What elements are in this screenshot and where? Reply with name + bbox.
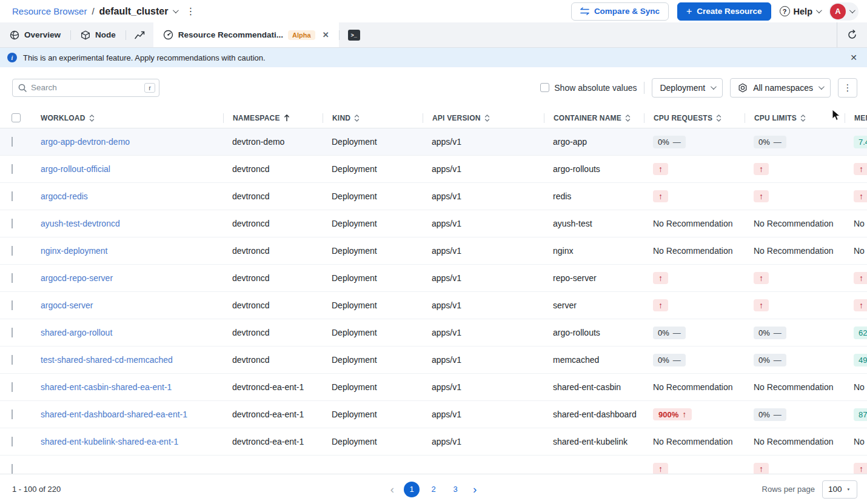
workload-link[interactable]: shared-ent-dashboard-shared-ea-ent-1 — [41, 409, 187, 419]
row-checkbox[interactable] — [12, 164, 13, 174]
workload-link[interactable]: argo-rollout-official — [41, 164, 110, 174]
memory-value: ↑ — [854, 191, 867, 201]
up-arrow-badge: ↑ — [854, 163, 867, 175]
kind-text: Deployment — [332, 273, 377, 283]
row-checkbox[interactable] — [12, 464, 13, 474]
api_version-text: apps/v1 — [432, 273, 461, 283]
api_version-text: apps/v1 — [432, 355, 461, 365]
cpu_limits-cell: 0%— — [745, 327, 845, 339]
more-options-button[interactable]: ⋮ — [838, 78, 857, 98]
banner-close-icon[interactable]: ✕ — [850, 53, 857, 62]
api_version-cell: apps/v1 — [423, 355, 544, 365]
cluster-chevron-down-icon[interactable] — [173, 7, 179, 13]
show-absolute-values-toggle[interactable]: Show absolute values — [540, 83, 637, 93]
filter-toolbar: r Show absolute values Deployment All na… — [0, 67, 867, 108]
next-page-button[interactable]: › — [469, 483, 480, 495]
row-checkbox[interactable] — [12, 409, 13, 419]
row-checkbox[interactable] — [12, 328, 13, 337]
create-resource-button[interactable]: + Create Resource — [677, 2, 771, 21]
dash-icon: — — [673, 138, 681, 147]
column-header-kind[interactable]: KIND — [323, 113, 423, 123]
workload-link[interactable]: argo-app-devtron-demo — [41, 137, 130, 147]
workload-link[interactable]: argocd-server — [41, 300, 93, 310]
container-text: shared-ent-casbin — [553, 382, 621, 392]
create-resource-label: Create Resource — [697, 7, 762, 16]
row-select-cell — [0, 437, 32, 446]
cpu_limits-cell: 0%— — [745, 136, 845, 148]
api_version-text: apps/v1 — [432, 246, 461, 256]
workload-link[interactable]: ayush-test-devtroncd — [41, 219, 120, 228]
refresh-button[interactable] — [837, 22, 867, 47]
memory-value: No Recommendation — [854, 382, 867, 392]
workload-cell: test-shared-shared-cd-memcached — [32, 355, 223, 365]
column-header-workload[interactable]: WORKLOAD — [32, 113, 223, 123]
row-checkbox[interactable] — [12, 246, 13, 256]
workload-link[interactable]: test-shared-shared-cd-memcached — [41, 355, 173, 365]
namespace-text: devtroncd — [232, 219, 269, 228]
compare-sync-label: Compare & Sync — [594, 7, 660, 16]
tab-metrics[interactable] — [126, 22, 153, 47]
api_version-text: apps/v1 — [432, 328, 461, 337]
workload-link[interactable]: nginx-deployment — [41, 246, 108, 256]
show-absolute-values-checkbox[interactable] — [540, 83, 549, 92]
search-input[interactable] — [31, 83, 140, 92]
page-button-2[interactable]: 2 — [426, 482, 441, 497]
column-header-cpu_requests[interactable]: CPU REQUESTS — [644, 113, 745, 123]
row-checkbox[interactable] — [12, 437, 13, 446]
workload-link[interactable]: argocd-repo-server — [41, 273, 113, 283]
tab-resource-recommendations[interactable]: Resource Recommendati... Alpha ✕ — [153, 22, 339, 47]
cpu_requests-value: ↑ — [653, 164, 668, 174]
workload-link[interactable]: shared-argo-rollout — [41, 328, 112, 337]
kind-text: Deployment — [332, 164, 377, 174]
search-box[interactable]: r — [12, 79, 159, 97]
namespace-filter-select[interactable]: All namespaces — [730, 78, 831, 98]
row-checkbox[interactable] — [12, 219, 13, 228]
memory-teal-badge: 7.4 — [854, 136, 867, 148]
rows-per-page-select[interactable]: 100 ▼ — [822, 480, 857, 499]
column-label: CPU REQUESTS — [654, 114, 712, 122]
tab-bar-filler — [369, 22, 837, 47]
select-all-cell — [0, 113, 32, 123]
tab-node[interactable]: Node — [71, 22, 126, 47]
column-header-cpu_limits[interactable]: CPU LIMITS — [745, 113, 845, 123]
workload-link[interactable]: argocd-redis — [41, 191, 88, 201]
tab-overview[interactable]: Overview — [0, 22, 70, 47]
column-header-api_version[interactable]: API VERSION — [423, 113, 544, 123]
row-checkbox[interactable] — [12, 355, 13, 365]
compare-sync-button[interactable]: Compare & Sync — [571, 2, 669, 21]
workload-link[interactable]: shared-ent-casbin-shared-ea-ent-1 — [41, 382, 172, 392]
help-menu[interactable]: ? Help — [780, 6, 820, 16]
row-checkbox[interactable] — [12, 273, 13, 283]
cluster-kebab-menu-icon[interactable]: ⋮ — [182, 5, 199, 17]
column-header-namespace[interactable]: NAMESPACE — [223, 113, 323, 123]
table-row: shared-ent-casbin-shared-ea-ent-1devtron… — [0, 374, 867, 401]
row-checkbox[interactable] — [12, 382, 13, 392]
pct-dash-badge: 0%— — [754, 327, 786, 339]
page-button-3[interactable]: 3 — [447, 482, 463, 497]
memory-cell: No Recommendation — [845, 437, 867, 446]
prev-page-button[interactable]: ‹ — [387, 483, 398, 495]
tab-close-icon[interactable]: ✕ — [323, 30, 329, 39]
row-select-cell — [0, 246, 32, 256]
column-header-container[interactable]: CONTAINER NAME — [544, 113, 644, 123]
workload-cell: nginx-deployment — [32, 246, 223, 256]
row-select-cell — [0, 382, 32, 392]
row-checkbox[interactable] — [12, 300, 13, 310]
memory-cell: 7.4 — [845, 136, 867, 148]
breadcrumb-resource-browser-link[interactable]: Resource Browser — [12, 6, 87, 16]
memory-cell: ↑ — [845, 463, 867, 474]
select-all-checkbox[interactable] — [12, 113, 21, 122]
kind-filter-select[interactable]: Deployment — [652, 78, 723, 98]
cpu_limits-value: No Recommendation — [754, 382, 834, 392]
pct-dash-badge: 0%— — [754, 408, 786, 421]
workload-link[interactable]: shared-ent-kubelink-shared-ea-ent-1 — [41, 437, 178, 446]
row-checkbox[interactable] — [12, 191, 13, 201]
show-absolute-values-label: Show absolute values — [554, 83, 637, 93]
row-checkbox[interactable] — [12, 137, 13, 147]
up-arrow-icon: ↑ — [759, 273, 763, 283]
namespace-text: devtron-demo — [232, 137, 284, 147]
tab-terminal[interactable]: >_ — [340, 22, 369, 47]
page-button-1[interactable]: 1 — [404, 482, 420, 497]
banner-message: This is an experimental feature. Apply r… — [23, 53, 844, 62]
user-menu[interactable]: A — [829, 2, 859, 21]
